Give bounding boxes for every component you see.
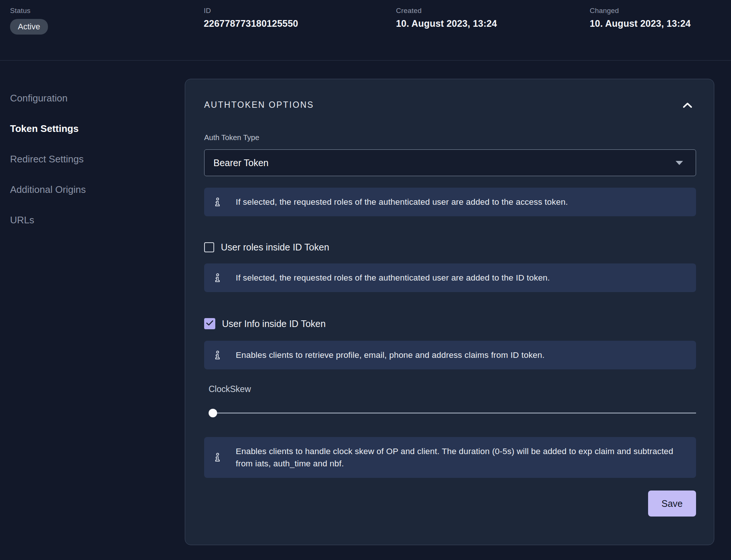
auth-token-type-select[interactable]: Bearer Token xyxy=(204,149,696,176)
collapse-panel-button[interactable] xyxy=(679,100,696,110)
user-roles-id-token-checkbox[interactable] xyxy=(204,242,214,252)
slider-track[interactable] xyxy=(212,412,696,414)
status-badge: Active xyxy=(10,19,48,35)
authtoken-options-panel: AUTHTOKEN OPTIONS Auth Token Type Bearer… xyxy=(185,79,714,545)
access-token-info-box: If selected, the requested roles of the … xyxy=(204,188,696,216)
access-token-info-text: If selected, the requested roles of the … xyxy=(236,196,568,208)
panel-title: AUTHTOKEN OPTIONS xyxy=(204,100,314,110)
id-label: ID xyxy=(204,7,396,15)
status-label: Status xyxy=(10,7,204,15)
auth-token-type-label: Auth Token Type xyxy=(204,133,696,142)
sidebar-item-additional-origins[interactable]: Additional Origins xyxy=(10,184,185,195)
sidebar-item-configuration[interactable]: Configuration xyxy=(10,93,185,104)
user-info-id-token-checkbox-row[interactable]: User Info inside ID Token xyxy=(204,318,696,329)
save-button[interactable]: Save xyxy=(648,491,696,517)
info-icon xyxy=(214,453,221,462)
clockskew-info-box: Enables clients to handle clock skew of … xyxy=(204,437,696,478)
detail-header: Status Active ID 226778773180125550 Crea… xyxy=(0,0,731,61)
changed-label: Changed xyxy=(590,7,731,15)
sidebar-item-urls[interactable]: URLs xyxy=(10,214,185,226)
clockskew-info-text: Enables clients to handle clock skew of … xyxy=(236,445,686,470)
created-column: Created 10. August 2023, 13:24 xyxy=(396,7,590,60)
sidebar-item-token-settings[interactable]: Token Settings xyxy=(10,123,185,134)
chevron-up-icon xyxy=(682,104,693,110)
user-roles-id-token-checkbox-row[interactable]: User roles inside ID Token xyxy=(204,242,696,253)
checkmark-icon xyxy=(206,320,213,327)
settings-sidebar: Configuration Token Settings Redirect Se… xyxy=(0,61,185,245)
changed-column: Changed 10. August 2023, 13:24 xyxy=(590,7,731,60)
slider-thumb[interactable] xyxy=(209,409,217,417)
id-value: 226778773180125550 xyxy=(204,18,396,29)
user-info-info-text: Enables clients to retrieve profile, ema… xyxy=(236,349,545,361)
id-token-roles-info-text: If selected, the requested roles of the … xyxy=(236,272,550,284)
auth-token-type-value: Bearer Token xyxy=(213,158,268,168)
clockskew-label: ClockSkew xyxy=(209,384,696,394)
info-icon xyxy=(214,273,221,283)
user-info-id-token-checkbox[interactable] xyxy=(204,318,215,329)
user-info-id-token-label: User Info inside ID Token xyxy=(222,318,326,329)
dropdown-arrow-icon xyxy=(676,161,683,165)
user-roles-id-token-label: User roles inside ID Token xyxy=(221,242,329,253)
created-label: Created xyxy=(396,7,590,15)
status-column: Status Active xyxy=(10,7,204,60)
user-info-info-box: Enables clients to retrieve profile, ema… xyxy=(204,341,696,369)
sidebar-item-redirect-settings[interactable]: Redirect Settings xyxy=(10,153,185,165)
changed-value: 10. August 2023, 13:24 xyxy=(590,18,731,29)
created-value: 10. August 2023, 13:24 xyxy=(396,18,590,29)
info-icon xyxy=(214,197,221,207)
id-token-roles-info-box: If selected, the requested roles of the … xyxy=(204,263,696,292)
id-column: ID 226778773180125550 xyxy=(204,7,396,60)
info-icon xyxy=(214,350,221,360)
clockskew-slider[interactable] xyxy=(209,409,696,417)
